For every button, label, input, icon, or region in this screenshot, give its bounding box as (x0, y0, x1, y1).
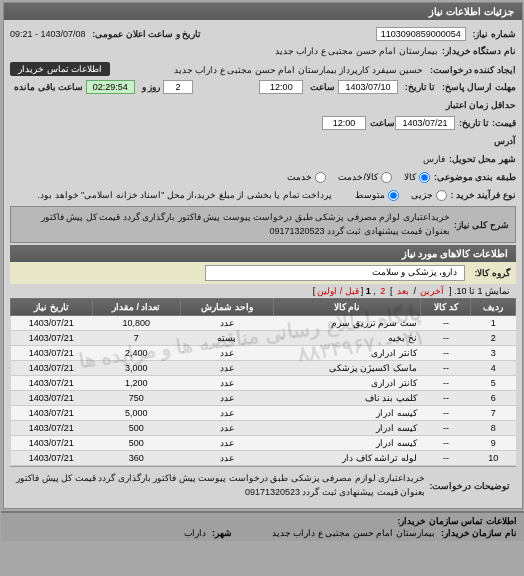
cell-date: 1403/07/21 (10, 406, 92, 421)
desc2-text: خریداعتباری لوازم مصرفی پزشکی طبق درخواس… (15, 472, 425, 499)
cell-n: 10 (470, 451, 515, 466)
bottom-org-label: نام سازمان خریدار: (440, 528, 516, 538)
radio-khedmat[interactable]: خدمت (286, 172, 325, 183)
cell-code: -- (420, 376, 470, 391)
cell-unit: عدد (179, 361, 272, 376)
group-value: دارو، پزشکی و سلامت (204, 265, 464, 281)
col-qty[interactable]: تعداد / مقدار (91, 299, 179, 316)
cell-qty: 500 (91, 436, 179, 451)
items-table: ردیف کد کالا نام کالا واحد شمارش تعداد /… (9, 298, 515, 466)
cell-qty: 2,400 (91, 346, 179, 361)
cell-code: -- (420, 406, 470, 421)
cell-date: 1403/07/21 (10, 436, 92, 451)
cell-date: 1403/07/21 (10, 451, 92, 466)
table-row[interactable]: 3--کانتر ادراریعدد2,4001403/07/21 (10, 346, 515, 361)
radio-jozei-label: جزیی (410, 190, 432, 200)
validity-date: 1403/07/21 (394, 116, 454, 130)
pub-date-label: تاریخ و ساعت اعلان عمومی: (91, 29, 200, 39)
req-no-value: 1103090859000054 (375, 27, 465, 41)
process-label: نوع فرآیند خرید : (450, 190, 516, 200)
radio-jozei[interactable]: جزیی (410, 190, 446, 201)
desc2-label: توضیحات درخواست: (429, 481, 510, 491)
cell-date: 1403/07/21 (10, 316, 92, 331)
contact-button[interactable]: اطلاعات تماس خریدار (9, 62, 109, 76)
cell-n: 6 (470, 391, 515, 406)
table-row[interactable]: 8--کیسه ادرارعدد5001403/07/21 (10, 421, 515, 436)
radio-khedmat-label: خدمت (286, 172, 311, 182)
table-row[interactable]: 5--کانتر ادراریعدد1,2001403/07/21 (10, 376, 515, 391)
cell-qty: 360 (91, 451, 179, 466)
time-label-2: ساعت (369, 118, 394, 128)
cell-date: 1403/07/21 (10, 361, 92, 376)
bottom-bar: اطلاعات تماس سازمان خریدار: نام سازمان خ… (0, 511, 524, 541)
radio-kala-khedmat-label: کالا/خدمت (337, 172, 377, 182)
panel-title: جزئیات اطلاعات نیاز (3, 3, 521, 20)
cell-n: 5 (470, 376, 515, 391)
pager-next[interactable]: بعد (396, 286, 408, 296)
table-row[interactable]: 6--کلمپ بند نافعدد7501403/07/21 (10, 391, 515, 406)
cell-qty: 10,800 (91, 316, 179, 331)
group-label: گروه کالا: (474, 268, 510, 278)
cell-unit: عدد (179, 346, 272, 361)
creator-label: ایجاد کننده درخواست: (429, 65, 515, 75)
cell-n: 3 (470, 346, 515, 361)
pager-last[interactable]: آخرین (419, 286, 443, 296)
desc-text: خریداعتباری لوازم مصرفی پزشکی طبق درخواس… (16, 211, 449, 238)
cell-unit: عدد (179, 391, 272, 406)
radio-motavaset[interactable]: متوسط (354, 190, 398, 201)
countdown-days: 2 (162, 80, 192, 94)
cell-n: 7 (470, 406, 515, 421)
time-label-1: ساعت (309, 82, 334, 92)
table-row[interactable]: 9--کیسه ادرارعدد5001403/07/21 (10, 436, 515, 451)
org-label: نام دستگاه خریدار: (441, 46, 515, 56)
pager-p2[interactable]: 2 (379, 286, 384, 296)
col-unit[interactable]: واحد شمارش (179, 299, 272, 316)
radio-kala[interactable]: کالا (403, 172, 429, 183)
col-date[interactable]: تاریخ نیاز (10, 299, 92, 316)
cell-name: ماسک اکسیژن پزشکی (272, 361, 420, 376)
cell-code: -- (420, 361, 470, 376)
cell-code: -- (420, 316, 470, 331)
city-label: شهر محل تحویل: (448, 154, 515, 164)
pager-first[interactable]: قبل / اولین (316, 286, 358, 296)
creator-value: حسین سیفرد کارپرداز بیمارستان امام حسن م… (173, 65, 423, 75)
cell-name: ست سرم تزریق سرم (272, 316, 420, 331)
cell-n: 4 (470, 361, 515, 376)
bottom-header: اطلاعات تماس سازمان خریدار: (8, 516, 516, 526)
to-date-label: تا تاریخ: (404, 82, 435, 92)
desc-label: شرح کلی نیاز: (453, 220, 508, 230)
validity-time: 12:00 (321, 116, 365, 130)
cell-name: کیسه ادرار (272, 421, 420, 436)
table-row[interactable]: 10--لوله تراشه کاف دارعدد3601403/07/21 (10, 451, 515, 466)
cell-unit: عدد (179, 421, 272, 436)
org-value: بیمارستان امام حسن مجتبی ع داراب جدید (274, 46, 437, 56)
pager-info: نمایش 1 تا 10. (453, 286, 509, 296)
cell-n: 9 (470, 436, 515, 451)
cell-qty: 750 (91, 391, 179, 406)
radio-kala-khedmat[interactable]: کالا/خدمت (337, 172, 391, 183)
deadline-label: مهلت ارسال پاسخ: (441, 82, 515, 92)
cell-name: کانتر ادراری (272, 346, 420, 361)
pager-p1: 1 (365, 286, 370, 296)
cell-unit: عدد (179, 406, 272, 421)
cell-qty: 1,200 (91, 376, 179, 391)
countdown-time: 02:29:54 (85, 80, 134, 94)
bottom-city-label: شهر: (211, 528, 231, 538)
pager: نمایش 1 تا 10. [ آخرین / بعد ] 2 , 1 [قب… (9, 284, 515, 298)
cell-n: 8 (470, 421, 515, 436)
cell-code: -- (420, 331, 470, 346)
cell-code: -- (420, 451, 470, 466)
cell-date: 1403/07/21 (10, 391, 92, 406)
col-row[interactable]: ردیف (470, 299, 515, 316)
cell-name: نخ بخیه (272, 331, 420, 346)
table-row[interactable]: 2--نخ بخیهبسته71403/07/21 (10, 331, 515, 346)
table-row[interactable]: 7--کیسه ادرارعدد5,0001403/07/21 (10, 406, 515, 421)
cell-code: -- (420, 391, 470, 406)
table-row[interactable]: 4--ماسک اکسیژن پزشکیعدد3,0001403/07/21 (10, 361, 515, 376)
items-header: اطلاعات کالاهای مورد نیاز (9, 245, 515, 262)
col-name[interactable]: نام کالا (272, 299, 420, 316)
cell-name: کانتر ادراری (272, 376, 420, 391)
col-code[interactable]: کد کالا (420, 299, 470, 316)
table-row[interactable]: 1--ست سرم تزریق سرمعدد10,8001403/07/21 (10, 316, 515, 331)
radio-motavaset-label: متوسط (354, 190, 384, 200)
